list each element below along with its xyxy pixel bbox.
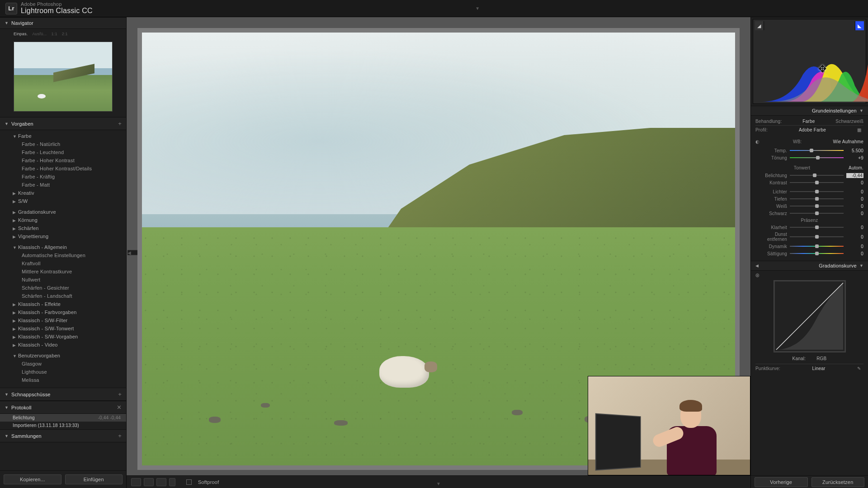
preset-item[interactable]: ▶Klassisch - Effekte bbox=[0, 300, 126, 308]
before-after-button[interactable] bbox=[156, 478, 166, 486]
collections-header[interactable]: ▼ Sammlungen + bbox=[0, 429, 126, 442]
basic-panel-header[interactable]: Grundeinstellungen ▼ bbox=[751, 106, 868, 116]
contrast-value[interactable]: 0 bbox=[846, 180, 863, 185]
preset-item[interactable]: Schärfen - Gesichter bbox=[0, 284, 126, 292]
clear-history-icon[interactable]: ✕ bbox=[117, 404, 122, 411]
paste-button[interactable]: Einfügen bbox=[65, 474, 123, 484]
collapse-bottom-icon[interactable]: ▼ bbox=[436, 481, 441, 486]
navigator-thumbnail[interactable] bbox=[14, 42, 113, 112]
preset-item[interactable]: ▶Klassisch - Farbvorgaben bbox=[0, 308, 126, 316]
zoom-2-1[interactable]: 2:1 bbox=[62, 32, 68, 36]
shadows-slider[interactable] bbox=[790, 196, 844, 202]
dehaze-slider[interactable] bbox=[790, 234, 844, 239]
preset-item[interactable]: ▶Gradationskurve bbox=[0, 208, 126, 216]
wb-picker-icon[interactable]: ◐ bbox=[755, 139, 762, 145]
preset-item[interactable]: ▶Klassisch - S/W-Tonwert bbox=[0, 324, 126, 333]
presets-header[interactable]: ▼ Vorgaben + bbox=[0, 117, 126, 130]
profile-value[interactable]: Adobe Farbe bbox=[799, 127, 826, 134]
tint-value[interactable]: +9 bbox=[846, 155, 863, 160]
preset-item[interactable]: Nullwert bbox=[0, 276, 126, 284]
preset-item[interactable]: Farbe - Natürlich bbox=[0, 140, 126, 148]
preset-item[interactable]: ▶Klassisch - S/W-Filter bbox=[0, 316, 126, 324]
preset-item[interactable]: ▶Körnung bbox=[0, 216, 126, 224]
snapshots-header[interactable]: ▼ Schnappschüsse + bbox=[0, 388, 126, 401]
highlights-value[interactable]: 0 bbox=[846, 189, 863, 194]
softproof-checkbox[interactable] bbox=[186, 479, 192, 485]
saturation-value[interactable]: 0 bbox=[846, 251, 863, 256]
history-row[interactable]: Importieren (13.11.18 13:13:33) bbox=[0, 422, 126, 429]
add-collection-icon[interactable]: + bbox=[118, 432, 122, 439]
zoom-fit[interactable]: Einpas. bbox=[14, 32, 28, 36]
highlight-clipping-icon[interactable]: ◣ bbox=[855, 21, 864, 30]
preset-item[interactable]: Farbe - Matt bbox=[0, 181, 126, 189]
collapse-top-icon[interactable]: ▼ bbox=[475, 6, 480, 11]
zoom-1-1[interactable]: 1:1 bbox=[52, 32, 57, 36]
exposure-value[interactable]: -0,44 bbox=[846, 173, 863, 178]
preset-group-klassisch-allgemein[interactable]: ▼Klassisch - Allgemein bbox=[0, 243, 126, 251]
tint-slider[interactable] bbox=[790, 155, 844, 160]
preset-item[interactable]: ▶Vignettierung bbox=[0, 232, 126, 240]
zoom-fill[interactable]: Ausfü... bbox=[32, 32, 47, 36]
history-header[interactable]: ▼ Protokoll ✕ bbox=[0, 401, 126, 414]
whites-slider[interactable] bbox=[790, 203, 844, 209]
blacks-slider[interactable] bbox=[790, 211, 844, 216]
contrast-slider[interactable] bbox=[790, 180, 844, 185]
vibrance-value[interactable]: 0 bbox=[846, 244, 863, 249]
preset-item[interactable]: Automatische Einstellungen bbox=[0, 251, 126, 259]
preset-item[interactable]: Glasgow bbox=[0, 360, 126, 368]
preset-item[interactable]: Melissa bbox=[0, 376, 126, 384]
dehaze-value[interactable]: 0 bbox=[846, 235, 863, 239]
loupe-view-button[interactable] bbox=[131, 478, 141, 486]
pointcurve-label: Punktkurve: bbox=[755, 366, 780, 372]
preset-item[interactable]: Mittlere Kontrastkurve bbox=[0, 267, 126, 276]
preset-item[interactable]: Farbe - Kräftig bbox=[0, 173, 126, 181]
add-snapshot-icon[interactable]: + bbox=[118, 391, 122, 398]
collections-title: Sammlungen bbox=[11, 433, 42, 439]
preset-item[interactable]: Farbe - Hoher Kontrast bbox=[0, 156, 126, 164]
preset-item[interactable]: Farbe - Hoher Kontrast/Details bbox=[0, 164, 126, 173]
wb-value[interactable]: Wie Aufnahme bbox=[833, 139, 863, 145]
shadow-clipping-icon[interactable]: ◢ bbox=[755, 21, 764, 30]
clarity-value[interactable]: 0 bbox=[846, 225, 863, 230]
preset-item[interactable]: Farbe - Leuchtend bbox=[0, 148, 126, 156]
shadows-value[interactable]: 0 bbox=[846, 197, 863, 202]
preset-item[interactable]: ▶Klassisch - Video bbox=[0, 341, 126, 349]
curve-target-icon[interactable]: ◎ bbox=[755, 272, 760, 277]
preset-group-sw[interactable]: ▶S/W bbox=[0, 197, 126, 205]
profile-grid-icon[interactable]: ▦ bbox=[857, 127, 863, 134]
highlights-slider[interactable] bbox=[790, 189, 844, 194]
preset-group-farbe[interactable]: ▼Farbe bbox=[0, 132, 126, 140]
compare-view-button[interactable] bbox=[144, 478, 154, 486]
tonecurve-header[interactable]: ◀ Gradationskurve ▼ bbox=[751, 261, 868, 271]
saturation-slider[interactable] bbox=[790, 251, 844, 256]
histogram[interactable]: ◢ ◣ ✥ bbox=[753, 19, 866, 104]
tone-curve-graph[interactable] bbox=[774, 280, 846, 352]
survey-view-button[interactable] bbox=[169, 478, 175, 486]
exposure-slider[interactable] bbox=[790, 173, 844, 178]
curve-edit-icon[interactable]: ✎ bbox=[857, 366, 863, 372]
clarity-slider[interactable] bbox=[790, 225, 844, 230]
navigator-header[interactable]: ▼ Navigator bbox=[0, 17, 126, 29]
copy-button[interactable]: Kopieren... bbox=[4, 474, 61, 484]
treatment-bw[interactable]: Schwarzweiß bbox=[835, 119, 863, 124]
add-preset-icon[interactable]: + bbox=[118, 120, 122, 127]
temp-slider[interactable] bbox=[790, 148, 844, 153]
preset-item[interactable]: ▶Schärfen bbox=[0, 224, 126, 232]
history-row[interactable]: Belichtung -0,44 -0,44 bbox=[0, 414, 126, 422]
preset-item[interactable]: Lighthouse bbox=[0, 368, 126, 376]
preset-item[interactable]: Kraftvoll bbox=[0, 259, 126, 267]
temp-value[interactable]: 5.500 bbox=[846, 148, 863, 153]
reset-button[interactable]: Zurücksetzen bbox=[811, 477, 865, 487]
pointcurve-value[interactable]: Linear bbox=[812, 366, 826, 372]
vibrance-slider[interactable] bbox=[790, 244, 844, 249]
kanal-value[interactable]: RGB bbox=[816, 356, 826, 361]
auto-tone-button[interactable]: Autom. bbox=[849, 165, 863, 170]
previous-button[interactable]: Vorherige bbox=[755, 477, 808, 487]
preset-item[interactable]: Schärfen - Landschaft bbox=[0, 292, 126, 300]
preset-group-user[interactable]: ▼Benutzervorgaben bbox=[0, 352, 126, 360]
blacks-value[interactable]: 0 bbox=[846, 211, 863, 216]
preset-group-kreativ[interactable]: ▶Kreativ bbox=[0, 189, 126, 197]
treatment-color[interactable]: Farbe bbox=[802, 119, 815, 124]
preset-item[interactable]: ▶Klassisch - S/W-Vorgaben bbox=[0, 333, 126, 341]
whites-value[interactable]: 0 bbox=[846, 204, 863, 209]
